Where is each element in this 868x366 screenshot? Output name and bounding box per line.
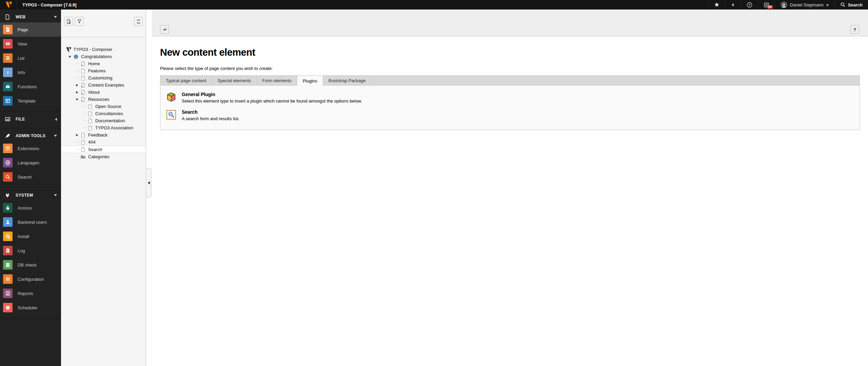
module-item-info[interactable]: i Info <box>0 65 61 79</box>
tab-special-elements[interactable]: Special elements <box>212 76 257 86</box>
access-module-icon <box>3 203 13 213</box>
tree-line <box>83 128 87 128</box>
tab-bar: Typical page content Special elements Fo… <box>160 75 860 85</box>
tab-bootstrap-package[interactable]: Bootstrap Package <box>323 76 372 86</box>
module-item-functions[interactable]: Functions <box>0 79 61 94</box>
tree-node-label: Open Source <box>95 104 121 109</box>
tree-node-resources[interactable]: Resources <box>61 96 146 103</box>
module-item-label: Info <box>18 70 25 75</box>
tree-collapse-handle[interactable] <box>146 168 152 197</box>
module-item-label: Configuration <box>18 277 44 282</box>
module-item-page[interactable]: Page <box>0 22 61 37</box>
tree-node-typo3-association[interactable]: TYPO3 Association <box>61 124 146 131</box>
module-item-label: Reports <box>18 291 33 296</box>
content-element-search[interactable]: Search A search form and results list. <box>166 107 854 123</box>
tree-node-congratulations[interactable]: Congratulations <box>61 53 146 60</box>
new-page-icon <box>66 19 71 24</box>
content-element-general-plugin[interactable]: General Plugin Select this element type … <box>166 90 854 106</box>
tree-node-home[interactable]: Home <box>61 60 146 67</box>
list-module-icon <box>3 53 13 63</box>
module-item-db-check[interactable]: DB check <box>0 258 61 272</box>
module-item-languages[interactable]: Languages <box>0 155 61 170</box>
tree-node-categories[interactable]: Categories <box>61 153 146 160</box>
module-group-header-system[interactable]: SYSTEM <box>0 190 61 201</box>
globe-page-icon <box>73 54 79 59</box>
module-item-extensions[interactable]: Extensions <box>0 141 61 155</box>
tree-line <box>76 157 80 157</box>
module-item-install[interactable]: Install <box>0 229 61 243</box>
tree-node-documentation[interactable]: Documentation <box>61 117 146 124</box>
tree-node-customizing[interactable]: Customizing <box>61 74 146 81</box>
tree-node-feedback[interactable]: Feedback <box>61 131 146 139</box>
page-shortcut-icon <box>80 61 86 67</box>
expand-collapse-icon[interactable] <box>76 98 78 101</box>
expand-collapse-icon[interactable] <box>76 84 78 87</box>
module-group-header-file[interactable]: FILE <box>0 114 61 125</box>
install-module-icon <box>3 232 13 241</box>
expand-collapse-icon[interactable] <box>76 134 78 136</box>
user-menu-button[interactable]: Daniel Siepmann <box>775 0 834 10</box>
opendocs-button[interactable]: 64 <box>758 0 775 10</box>
tree-node-open-source[interactable]: Open Source <box>61 103 146 110</box>
new-page-button[interactable] <box>64 17 73 26</box>
extensions-module-icon <box>3 144 13 153</box>
doc-header: ? <box>152 10 868 36</box>
content-element-description: A search form and results list. <box>182 116 240 121</box>
module-item-list[interactable]: List <box>0 51 61 65</box>
tree-node-about[interactable]: About <box>61 89 146 96</box>
tree-node-features[interactable]: Features <box>61 67 146 74</box>
functions-module-icon <box>3 82 13 91</box>
backend-users-module-icon <box>3 217 13 227</box>
chevron-left-icon <box>55 118 57 121</box>
bookmarks-button[interactable] <box>708 0 725 10</box>
help-menu-button[interactable]: ? <box>741 0 758 10</box>
module-item-backend-users[interactable]: Backend users <box>0 215 61 229</box>
module-item-label: Template <box>18 98 36 104</box>
plugin-cube-icon <box>166 92 177 103</box>
close-back-button[interactable] <box>160 25 169 34</box>
page-icon <box>80 68 86 74</box>
page-shortcut-icon <box>80 97 86 102</box>
typo3-logo[interactable] <box>0 0 17 10</box>
tree-node-content-examples[interactable]: Content Examples <box>61 81 146 89</box>
help-button[interactable]: ? <box>850 25 859 34</box>
tree-node-404[interactable]: 404 <box>61 139 146 146</box>
module-group-web: WEB Page View List i I <box>0 10 61 112</box>
page-icon <box>80 140 86 145</box>
tree-node-label: Resources <box>88 97 109 102</box>
page-tree: TYPO3 - Composer Congratulations Home Fe… <box>61 37 146 160</box>
filter-button[interactable] <box>75 17 84 26</box>
module-group-system: SYSTEM Access Backend users Install <box>0 188 61 318</box>
avatar <box>781 1 787 8</box>
page-icon <box>87 111 93 116</box>
module-item-configuration[interactable]: Configuration <box>0 272 61 286</box>
module-group-header-web[interactable]: WEB <box>0 12 61 22</box>
module-item-reports[interactable]: Reports <box>0 286 61 300</box>
module-item-template[interactable]: Template <box>0 94 61 108</box>
refresh-tree-button[interactable] <box>134 17 143 26</box>
module-item-search[interactable]: Search <box>0 170 61 184</box>
module-item-label: Functions <box>18 84 37 89</box>
module-item-scheduler[interactable]: Scheduler <box>0 300 61 315</box>
module-item-view[interactable]: View <box>0 37 61 51</box>
tab-panel-plugins: General Plugin Select this element type … <box>160 85 860 130</box>
tab-typical-page-content[interactable]: Typical page content <box>160 76 212 86</box>
expand-collapse-icon[interactable] <box>68 55 71 58</box>
clear-cache-button[interactable] <box>725 0 741 10</box>
template-module-icon <box>3 96 13 106</box>
expand-collapse-icon[interactable] <box>76 91 78 94</box>
module-group-header-admin-tools[interactable]: ADMIN TOOLS <box>0 130 61 141</box>
content-area: ? New content element Please select the … <box>152 10 868 366</box>
toolbar-search-button[interactable]: Search <box>834 0 868 10</box>
tree-node-consultancies[interactable]: Consultancies <box>61 110 146 117</box>
tree-node-search-selected[interactable]: Search <box>61 146 146 153</box>
tab-form-elements[interactable]: Form elements <box>257 76 297 86</box>
tree-node-label: Home <box>88 61 100 66</box>
view-module-icon <box>3 39 13 49</box>
tree-line <box>83 121 87 121</box>
tree-node-root[interactable]: TYPO3 - Composer <box>61 46 146 53</box>
page-icon <box>80 147 86 152</box>
tab-plugins[interactable]: Plugins <box>297 76 323 86</box>
module-item-log[interactable]: Log <box>0 243 61 258</box>
module-item-access[interactable]: Access <box>0 201 61 215</box>
